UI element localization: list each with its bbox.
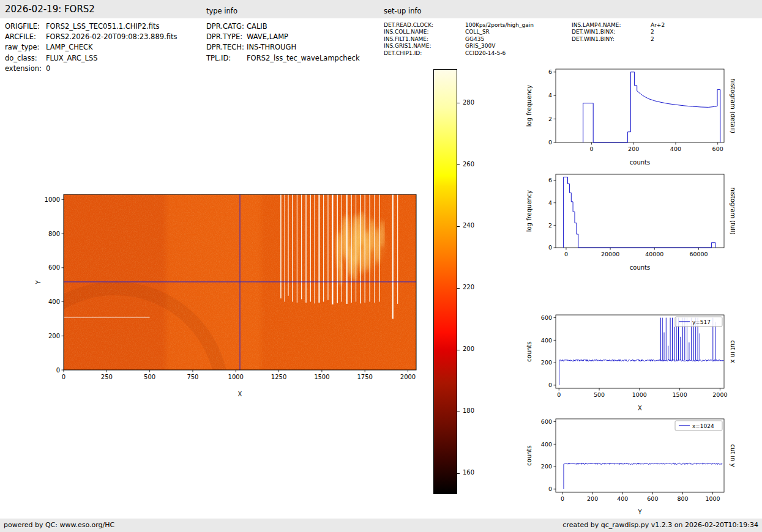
meta-row: DET.CHIP1.ID:CCID20-14-5-6 <box>384 50 534 57</box>
plot-area <box>556 174 724 248</box>
emission-stripe <box>346 194 348 304</box>
emission-stripe <box>332 194 334 305</box>
x-axis-label: X <box>638 405 642 412</box>
meta-label: do_class: <box>5 53 46 64</box>
colorbar-tick-label: 220 <box>463 284 474 290</box>
x-tick-label: 500 <box>144 374 155 380</box>
x-tick-label: 600 <box>647 495 658 502</box>
meta-label: INS.FILT1.NAME: <box>384 36 465 43</box>
emission-stripe <box>351 194 352 303</box>
y-tick-label: 0 <box>548 486 552 492</box>
colorbar <box>433 69 457 494</box>
type-info-block: DPR.CATG:CALIB DPR.TYPE:WAVE,LAMP DPR.TE… <box>206 21 360 64</box>
colorbar-tick-label: 200 <box>463 345 474 352</box>
colorbar-tick-label: 260 <box>463 161 474 168</box>
emission-stripe <box>288 194 289 296</box>
meta-row: ARCFILE:FORS2.2026-02-20T09:08:23.889.fi… <box>5 32 177 42</box>
x-tick-label: 600 <box>712 146 723 152</box>
x-tick-label: 1250 <box>271 374 286 380</box>
meta-label: extension: <box>5 64 46 74</box>
meta-row: DET.WIN1.BINX:2 <box>572 29 665 35</box>
y-tick-label: 600 <box>541 314 552 321</box>
x-tick-label: 1000 <box>632 391 647 398</box>
meta-row: DET.WIN1.BINY:2 <box>572 36 665 43</box>
footer-bar: powered by QC: www.eso.org/HC created by… <box>0 519 762 532</box>
right-side-label: histogram (full) <box>730 187 735 234</box>
y-tick-label: 0 <box>548 244 552 251</box>
x-tick-label: 1000 <box>705 495 720 502</box>
setup-info-right-block: INS.LAMP4.NAME:Ar+2 DET.WIN1.BINX:2 DET.… <box>572 22 665 43</box>
colorbar-tick-label: 280 <box>463 99 474 106</box>
meta-value: COLL_SR <box>465 29 490 35</box>
y-axis-label: log frequency <box>526 85 532 127</box>
setup-info-heading: set-up info <box>384 7 422 15</box>
colorbar-tick-label: 160 <box>463 469 474 476</box>
meta-value: CCID20-14-5-6 <box>465 50 506 56</box>
meta-label: INS.COLL.NAME: <box>384 29 465 35</box>
x-tick-label: 1000 <box>228 374 244 380</box>
meta-row: do_class:FLUX_ARC_LSS <box>5 53 177 64</box>
y-axis-label: counts <box>526 445 532 465</box>
meta-value: WAVE,LAMP <box>247 32 288 41</box>
hist_full-svg: 02000040000600000246countslog frequencyh… <box>524 168 735 272</box>
meta-value: 0 <box>46 64 50 73</box>
colorbar-tick-mark <box>457 103 460 103</box>
cut-in-x-chart: 05001000150020000200400600Xcountscut in … <box>524 309 735 413</box>
meta-value: INS-THROUGH <box>247 43 296 51</box>
meta-value: 2 <box>651 29 654 35</box>
file-info-block: ORIGFILE:FORS2_LSS_TEC051.1.CHIP2.fits A… <box>5 21 177 74</box>
y-tick-label: 400 <box>541 337 552 344</box>
x-tick-label: 60000 <box>689 251 708 257</box>
colorbar-tick-mark <box>457 164 460 165</box>
meta-value: 2 <box>651 36 654 42</box>
meta-row: INS.COLL.NAME:COLL_SR <box>384 29 534 35</box>
meta-label: ARCFILE: <box>5 32 46 42</box>
meta-value: Ar+2 <box>651 22 665 28</box>
x-tick-label: 400 <box>617 495 628 502</box>
header-bar: 2026-02-19: FORS2 type info set-up info <box>0 0 762 18</box>
meta-row: INS.GRIS1.NAME:GRIS_300V <box>384 43 534 50</box>
emission-stripe <box>315 194 315 303</box>
x-tick-label: 0 <box>564 251 568 257</box>
hist_detail-svg: 02004006000246countslog frequencyhistogr… <box>524 63 735 167</box>
x-axis-label: Y <box>637 509 642 515</box>
x-tick-label: 0 <box>62 374 65 380</box>
x-tick-label: 1500 <box>314 374 329 380</box>
y-tick-label: 200 <box>541 359 552 366</box>
x-tick-label: 500 <box>594 391 605 398</box>
meta-row: DET.READ.CLOCK:100Kps/2ports/high_gain <box>384 22 534 29</box>
y-tick-label: 2 <box>548 116 552 122</box>
emission-stripe <box>292 194 293 302</box>
x-tick-label: 750 <box>187 374 198 380</box>
y-tick-label: 4 <box>548 199 552 206</box>
meta-row: TPL.ID:FORS2_lss_tec_waveLampcheck <box>206 53 360 64</box>
emission-stripe <box>301 194 302 299</box>
x-tick-label: 200 <box>628 146 639 152</box>
y-tick-label: 0 <box>548 382 552 388</box>
meta-row: ORIGFILE:FORS2_LSS_TEC051.1.CHIP2.fits <box>5 21 177 32</box>
meta-row: INS.FILT1.NAME:GG435 <box>384 36 534 43</box>
x-tick-label: 250 <box>101 374 113 380</box>
setup-info-left-block: DET.READ.CLOCK:100Kps/2ports/high_gain I… <box>384 22 534 57</box>
x-tick-label: 0 <box>589 146 593 152</box>
y-tick-label: 2 <box>548 222 552 229</box>
raw-image-svg: 0250500750100012501500175020000200400600… <box>31 183 428 401</box>
x-tick-label: 1500 <box>673 391 687 398</box>
colorbar-ticks: 280260240220200180160 <box>457 69 491 497</box>
cut-in-y-chart: 020040060080010000200400600Ycountscut in… <box>524 413 735 517</box>
meta-label: DPR.TYPE: <box>206 32 247 42</box>
emission-stripe <box>374 194 375 303</box>
emission-stripe <box>318 194 319 303</box>
meta-row: raw_type:LAMP_CHECK <box>5 42 177 53</box>
y-tick-label: 600 <box>48 264 60 271</box>
emission-stripe <box>342 194 342 302</box>
meta-label: INS.LAMP4.NAME: <box>572 22 651 29</box>
meta-value: GG435 <box>465 36 484 42</box>
meta-row: INS.LAMP4.NAME:Ar+2 <box>572 22 665 29</box>
x-tick-label: 200 <box>587 495 598 502</box>
footer-credit-left: powered by QC: www.eso.org/HC <box>4 519 114 532</box>
colorbar-tick-label: 180 <box>463 407 474 414</box>
y-tick-label: 1000 <box>45 196 60 203</box>
meta-value: FORS2_lss_tec_waveLampcheck <box>247 54 360 62</box>
colorbar-tick-mark <box>457 226 460 227</box>
